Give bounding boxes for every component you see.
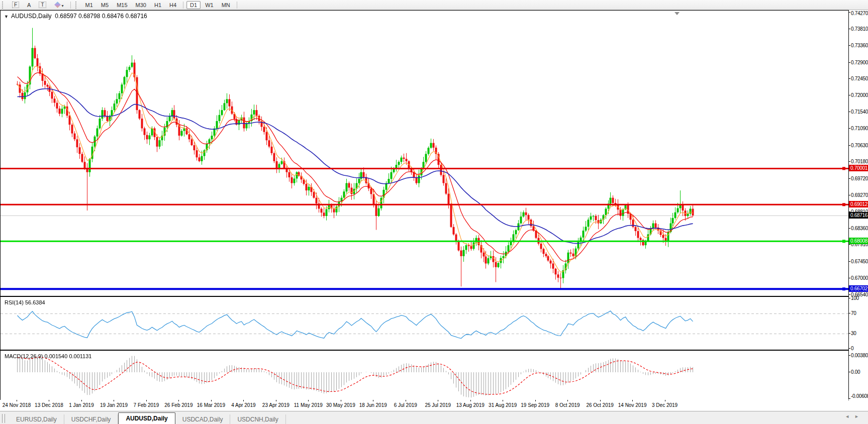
- scale-tick-mark: [849, 298, 850, 298]
- date-tick-label: 4 Apr 2019: [231, 402, 255, 408]
- date-tick-label: 16 Mar 2019: [197, 402, 225, 408]
- timeframe-button-m5[interactable]: M5: [98, 1, 112, 9]
- scale-tick-label: 0.74270: [851, 10, 868, 17]
- chart-tab-audusd[interactable]: AUDUSD,Daily: [118, 412, 175, 424]
- date-tick-mark: [470, 400, 471, 401]
- timeframe-button-h4[interactable]: H4: [166, 1, 180, 9]
- scale-tick-label: 0.003804: [851, 352, 868, 359]
- date-tick-label: 13 Aug 2019: [456, 402, 485, 408]
- date-tick-mark: [567, 400, 568, 401]
- date-tick-label: 18 Jun 2019: [359, 402, 387, 408]
- scale-tick-mark: [849, 12, 850, 13]
- date-tick-mark: [632, 400, 633, 401]
- chart-tab-eurusd[interactable]: EURUSD,Daily: [9, 414, 64, 424]
- tab-scroll-left-icon[interactable]: ◄: [845, 414, 854, 419]
- scale-tick-mark: [849, 178, 850, 179]
- text-tool-button[interactable]: T: [35, 1, 49, 9]
- toolbar-separator: [70, 2, 71, 9]
- scale-tick-mark: [849, 228, 850, 229]
- date-tick-mark: [535, 400, 536, 401]
- price-scale[interactable]: 0.742700.738100.733600.729000.724500.720…: [848, 10, 868, 399]
- scale-tick-mark: [849, 128, 850, 129]
- top-toolbar: F A T ▾ M1M5M15M30H1H4D1W1MN: [0, 0, 868, 10]
- date-tick-mark: [243, 400, 244, 401]
- date-tick-label: 26 Feb 2019: [164, 402, 192, 408]
- scale-tick-mark: [849, 398, 850, 399]
- scale-tick-mark: [849, 29, 850, 29]
- price-line-label: 0.69012: [849, 201, 868, 207]
- macd-panel: MACD(12,26,9) 0.001540 0.001131: [0, 350, 849, 400]
- scale-tick-mark: [849, 244, 850, 245]
- scale-tick-label: 0.72900: [851, 59, 868, 66]
- date-tick-mark: [665, 400, 665, 401]
- toolbar-grip-2[interactable]: [75, 2, 79, 9]
- scale-tick-label: 0.67000: [851, 275, 868, 281]
- scale-tick-mark: [849, 45, 850, 46]
- date-tick-mark: [178, 400, 179, 401]
- tab-scroll-right-icon[interactable]: ►: [854, 414, 864, 419]
- date-tick-mark: [276, 400, 276, 401]
- chart-tab-usdcad[interactable]: USDCAD,Daily: [175, 414, 231, 424]
- timeframe-button-w1[interactable]: W1: [202, 1, 217, 9]
- macd-indicator-canvas[interactable]: [1, 351, 849, 400]
- timeframe-button-d1[interactable]: D1: [186, 1, 201, 9]
- chart-tab-bar: EURUSD,DailyUSDCHF,DailyAUDUSD,DailyUSDC…: [0, 411, 868, 424]
- scale-tick-label: 0.71540: [851, 109, 868, 115]
- date-tick-label: 25 Jul 2019: [425, 402, 451, 408]
- scale-tick-label: 0.00: [851, 369, 868, 375]
- scale-tick-label: 0.70180: [851, 158, 868, 165]
- scale-tick-label: 100: [851, 295, 868, 301]
- dock-grid-icon: F: [12, 2, 19, 8]
- scale-tick-label: 0.70630: [851, 142, 868, 149]
- timeframe-button-m15[interactable]: M15: [113, 1, 131, 9]
- chart-title: ▼AUDUSD,Daily 0.68597 0.68798 0.68476 0.…: [4, 13, 147, 20]
- scale-tick-label: 0.69720: [851, 175, 868, 182]
- colors-button[interactable]: ▾: [51, 1, 67, 9]
- scale-tick-label: 0: [851, 345, 868, 352]
- tab-bar-grip[interactable]: [2, 414, 5, 423]
- toolbar-grip[interactable]: [2, 2, 6, 9]
- font-icon: A: [27, 2, 31, 8]
- date-tick-mark: [373, 400, 373, 401]
- date-tick-label: 14 Nov 2019: [618, 402, 647, 408]
- font-tool-button[interactable]: A: [24, 1, 34, 9]
- scale-tick-label: 0.73360: [851, 42, 868, 49]
- symbol-period-label: AUDUSD,Daily: [11, 13, 52, 20]
- timeframe-button-h1[interactable]: H1: [151, 1, 165, 9]
- chevron-down-icon: ▾: [62, 4, 64, 8]
- rsi-indicator-canvas[interactable]: [1, 297, 849, 350]
- chart-tab-usdcnh[interactable]: USDCNH,Daily: [230, 414, 285, 424]
- scale-tick-label: 0.72450: [851, 75, 868, 82]
- date-tick-label: 30 May 2019: [326, 402, 355, 408]
- docking-button[interactable]: F: [9, 1, 23, 9]
- candlestick-chart-canvas[interactable]: [1, 11, 849, 296]
- date-tick-label: 1 Jan 2019: [69, 402, 94, 408]
- price-line-label: 0.68716: [849, 212, 868, 219]
- scale-tick-mark: [849, 145, 850, 146]
- date-tick-mark: [114, 400, 114, 401]
- timeframe-button-m1[interactable]: M1: [82, 1, 97, 9]
- date-tick-label: 8 Oct 2019: [555, 402, 580, 408]
- scale-tick-mark: [849, 195, 850, 195]
- text-icon: T: [39, 2, 46, 8]
- scale-tick-mark: [849, 372, 850, 372]
- date-axis[interactable]: 24 Nov 201813 Dec 20181 Jan 201919 Jan 2…: [0, 400, 848, 411]
- date-tick-mark: [406, 400, 406, 401]
- rsi-panel: RSI(14) 56.6384: [0, 296, 849, 350]
- price-line-label: 0.66702: [849, 285, 868, 292]
- timeframe-button-mn[interactable]: MN: [218, 1, 234, 9]
- scale-tick-mark: [849, 294, 850, 295]
- ohlc-values: 0.68597 0.68798 0.68476 0.68716: [55, 13, 147, 20]
- date-tick-label: 6 Jul 2019: [394, 402, 417, 408]
- date-tick-label: 19 Sep 2019: [521, 402, 549, 408]
- date-tick-mark: [49, 400, 49, 401]
- timeframe-button-m30[interactable]: M30: [132, 1, 150, 9]
- scale-tick-label: 0.68360: [851, 225, 868, 232]
- date-tick-mark: [211, 400, 212, 401]
- scale-tick-mark: [849, 112, 850, 112]
- collapse-triangle-icon[interactable]: ▼: [4, 14, 9, 19]
- date-tick-mark: [341, 400, 341, 401]
- scale-tick-mark: [849, 348, 850, 349]
- chart-tab-usdchf[interactable]: USDCHF,Daily: [64, 414, 119, 424]
- date-tick-mark: [308, 400, 309, 401]
